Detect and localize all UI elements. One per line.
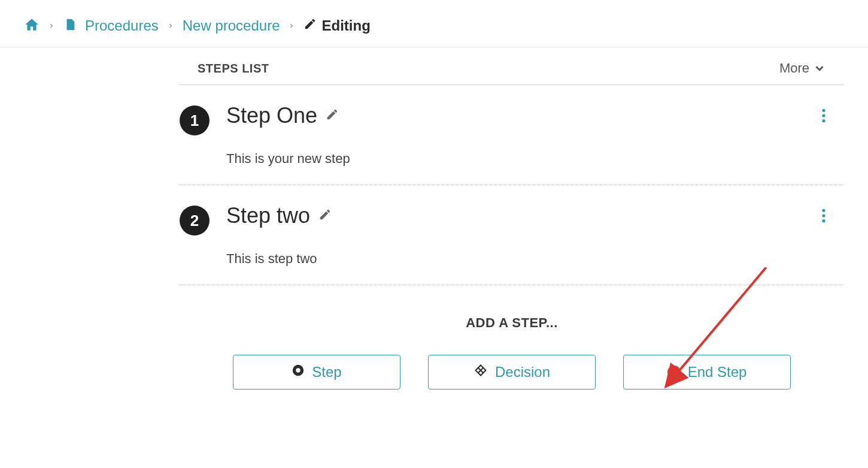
add-end-step-label: End Step <box>688 364 747 381</box>
svg-point-2 <box>822 119 825 122</box>
breadcrumb-procedures[interactable]: Procedures <box>85 17 159 34</box>
chevron-down-icon <box>813 62 826 75</box>
add-decision-label: Decision <box>495 364 550 381</box>
add-step-title: ADD A STEP... <box>198 315 826 331</box>
more-label: More <box>779 61 809 76</box>
step-title: Step One <box>226 103 317 128</box>
svg-point-0 <box>822 109 825 112</box>
main-content: STEPS LIST More 1 Step One This is your … <box>0 47 868 407</box>
more-toggle[interactable]: More <box>779 61 826 76</box>
svg-point-1 <box>822 114 825 117</box>
breadcrumb: Procedures New procedure Editing <box>0 0 868 47</box>
home-icon[interactable] <box>24 17 40 35</box>
decision-icon <box>474 363 488 381</box>
file-icon[interactable] <box>63 17 77 35</box>
step-row: 2 Step two This is step two <box>180 185 844 285</box>
add-end-step-button[interactable]: End Step <box>623 355 791 390</box>
breadcrumb-editing: Editing <box>304 17 370 34</box>
svg-point-4 <box>822 214 825 217</box>
step-title: Step two <box>226 203 310 228</box>
chevron-right-icon <box>288 20 295 32</box>
breadcrumb-editing-label: Editing <box>321 17 370 34</box>
step-number-badge: 1 <box>180 105 210 135</box>
step-description: This is your new step <box>226 151 821 167</box>
step-title-row: Step One <box>226 103 821 128</box>
add-step-buttons: Step Decision End Step <box>198 355 826 390</box>
pencil-icon <box>304 17 317 34</box>
step-row: 1 Step One This is your new step <box>180 85 844 185</box>
steps-list-header: STEPS LIST More <box>180 47 844 85</box>
step-number-badge: 2 <box>180 206 210 235</box>
kebab-menu-icon[interactable] <box>821 203 826 226</box>
step-dot-icon <box>292 364 305 381</box>
step-body: Step One This is your new step <box>210 103 821 167</box>
breadcrumb-new-procedure[interactable]: New procedure <box>183 17 280 34</box>
add-decision-button[interactable]: Decision <box>428 355 596 390</box>
pencil-icon[interactable] <box>326 108 339 123</box>
steps-list-title: STEPS LIST <box>198 62 269 76</box>
kebab-menu-icon[interactable] <box>821 103 826 126</box>
pencil-icon[interactable] <box>318 208 332 224</box>
svg-point-5 <box>822 219 825 222</box>
svg-point-8 <box>296 368 301 372</box>
add-step-label: Step <box>312 364 341 381</box>
step-title-row: Step two <box>226 203 821 228</box>
svg-point-3 <box>822 209 825 212</box>
add-step-section: ADD A STEP... Step Decision End Step <box>180 285 844 407</box>
step-description: This is step two <box>226 251 821 267</box>
chevron-right-icon <box>167 20 174 32</box>
step-body: Step two This is step two <box>210 203 821 267</box>
chevron-right-icon <box>48 20 55 32</box>
end-step-icon <box>667 366 681 379</box>
add-step-button[interactable]: Step <box>233 355 400 390</box>
